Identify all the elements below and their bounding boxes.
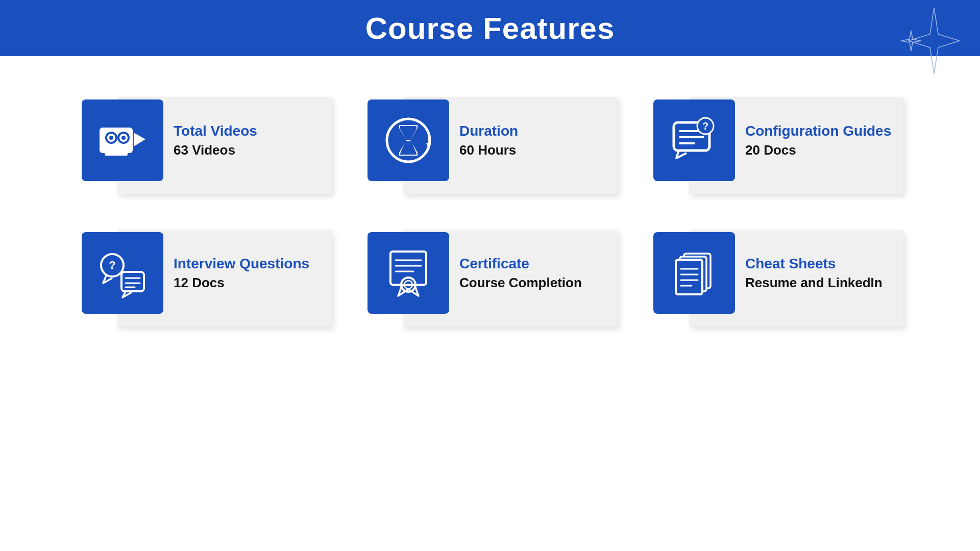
features-row-2: ? Interview Questions 12 Docs — [51, 219, 929, 327]
total-videos-value: 63 Videos — [174, 142, 257, 158]
certificate-label: Certificate — [459, 256, 582, 272]
svg-rect-21 — [121, 272, 144, 291]
svg-text:?: ? — [702, 120, 708, 132]
interview-icon-box: ? — [82, 232, 163, 314]
duration-icon — [383, 115, 434, 166]
svg-rect-33 — [676, 260, 702, 294]
config-guides-value: 20 Docs — [745, 142, 891, 158]
certificate-icon — [383, 247, 434, 298]
interview-questions-label: Interview Questions — [174, 256, 309, 272]
svg-point-6 — [121, 136, 126, 140]
interview-questions-text: Interview Questions 12 Docs — [158, 256, 309, 291]
total-videos-label: Total Videos — [174, 123, 257, 139]
cheat-sheets-icon-box — [653, 232, 735, 314]
cheat-sheets-value: Resume and LinkedIn — [745, 275, 883, 291]
svg-rect-8 — [114, 149, 121, 155]
svg-rect-25 — [390, 252, 426, 285]
duration-icon-box — [368, 99, 449, 181]
config-icon: ? — [669, 115, 720, 166]
page-header: Course Features — [0, 0, 980, 56]
duration-label: Duration — [459, 123, 518, 139]
svg-marker-9 — [134, 133, 145, 146]
svg-point-3 — [109, 136, 113, 140]
star-decoration — [883, 3, 960, 81]
certificate-value: Course Completion — [459, 275, 582, 291]
cheat-sheets-icon — [669, 247, 720, 298]
feature-card-certificate: Certificate Course Completion — [362, 219, 618, 327]
interview-questions-value: 12 Docs — [174, 275, 309, 291]
certificate-icon-box — [368, 232, 449, 314]
svg-text:?: ? — [109, 259, 115, 271]
duration-value: 60 Hours — [459, 142, 518, 158]
config-icon-box: ? — [653, 99, 735, 181]
feature-card-cheat-sheets: Cheat Sheets Resume and LinkedIn — [648, 219, 903, 327]
features-row-1: Total Videos 63 Videos — [51, 87, 929, 194]
certificate-text: Certificate Course Completion — [444, 256, 582, 291]
feature-card-duration: Duration 60 Hours — [362, 87, 618, 194]
video-icon-box — [82, 99, 163, 181]
config-guides-text: Configuration Guides 20 Docs — [730, 123, 891, 158]
cheat-sheets-label: Cheat Sheets — [745, 256, 883, 272]
config-guides-label: Configuration Guides — [745, 123, 891, 139]
svg-rect-12 — [428, 134, 430, 144]
duration-text: Duration 60 Hours — [444, 123, 518, 158]
interview-icon: ? — [97, 247, 148, 298]
feature-card-total-videos: Total Videos 63 Videos — [77, 87, 332, 194]
feature-card-config-guides: ? Configuration Guides 20 Docs — [648, 87, 903, 194]
page-title: Course Features — [365, 11, 615, 46]
video-icon — [97, 115, 148, 166]
cheat-sheets-text: Cheat Sheets Resume and LinkedIn — [730, 256, 883, 291]
feature-card-interview: ? Interview Questions 12 Docs — [77, 219, 332, 327]
total-videos-text: Total Videos 63 Videos — [158, 123, 257, 158]
main-content: Total Videos 63 Videos — [0, 56, 980, 357]
